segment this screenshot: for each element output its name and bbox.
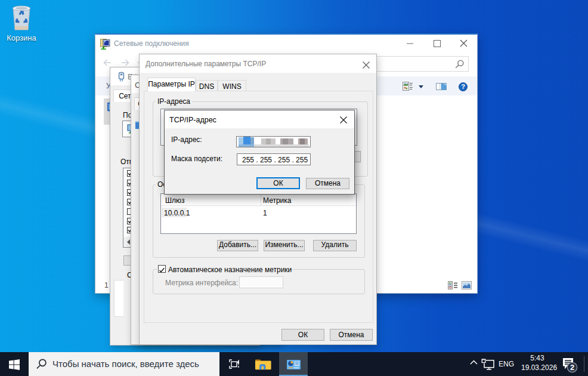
svg-text:2: 2 [570,363,574,372]
